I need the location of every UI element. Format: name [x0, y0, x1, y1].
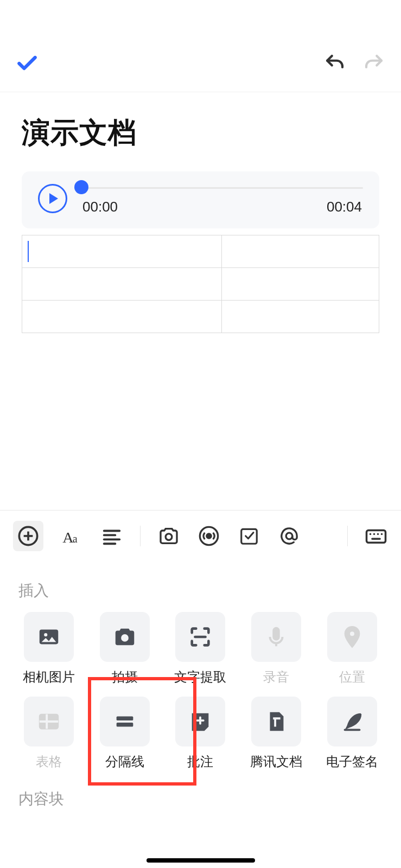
content-table[interactable] [22, 235, 379, 333]
keyboard-icon [365, 525, 387, 547]
table-row[interactable] [22, 301, 379, 333]
undo-button[interactable] [323, 52, 347, 75]
redo-button[interactable] [362, 52, 386, 75]
svg-point-9 [166, 533, 172, 540]
audio-times: 00:00 00:04 [81, 199, 363, 215]
insert-item-ocr[interactable]: 文字提取 [168, 612, 233, 686]
grid-label: 位置 [339, 668, 365, 686]
toolbar-checkbox-button[interactable] [237, 524, 261, 548]
camera-icon [112, 624, 137, 649]
redo-icon [362, 52, 385, 75]
toolbar-separator [347, 526, 348, 546]
header-left [15, 52, 39, 75]
toolbar-separator [140, 526, 141, 546]
table-cell[interactable] [22, 268, 222, 301]
svg-rect-24 [273, 628, 280, 640]
grid-label: 分隔线 [105, 753, 144, 770]
feather-icon [340, 709, 365, 734]
track-knob[interactable] [74, 180, 88, 194]
svg-point-21 [44, 633, 47, 636]
table-row[interactable] [22, 268, 379, 301]
insert-item-tencent-docs[interactable]: 腾讯文档 [244, 697, 309, 770]
check-square-icon [239, 526, 259, 546]
grid-label: 腾讯文档 [250, 753, 302, 770]
editor-header [0, 0, 401, 92]
document-area[interactable]: 演示文档 00:00 00:04 [0, 92, 401, 333]
svg-point-13 [286, 533, 292, 539]
sound-circle-icon [198, 525, 220, 547]
camera-icon [158, 525, 180, 547]
insert-item-table: 表格 [16, 697, 81, 770]
divider-icon [112, 709, 137, 734]
table-cell[interactable] [222, 301, 379, 333]
grid-label: 拍摄 [112, 668, 138, 686]
document-title[interactable]: 演示文档 [22, 114, 379, 152]
text-aa-icon: Aa [61, 525, 82, 547]
align-left-icon [101, 526, 122, 546]
play-icon [49, 193, 58, 204]
svg-point-11 [207, 533, 211, 538]
insert-item-signature[interactable]: 电子签名 [320, 697, 385, 770]
insert-item-location: 位置 [320, 612, 385, 686]
svg-text:a: a [73, 532, 78, 544]
grid-label: 批注 [187, 753, 213, 770]
note-plus-icon [188, 709, 213, 734]
grid-label: 相机图片 [23, 668, 75, 686]
panel-section-title-insert: 插入 [18, 580, 385, 601]
header-right [323, 52, 386, 75]
table-cell[interactable] [222, 235, 379, 268]
at-icon [278, 525, 300, 547]
confirm-button[interactable] [15, 52, 39, 75]
track-line [81, 187, 363, 189]
grid-label: 文字提取 [174, 668, 226, 686]
home-indicator [147, 858, 255, 863]
grid-label: 电子签名 [326, 753, 378, 770]
play-button[interactable] [38, 184, 67, 213]
toolbar-align-button[interactable] [100, 524, 124, 548]
undo-icon [323, 52, 346, 75]
check-icon [15, 50, 39, 76]
svg-rect-30 [116, 716, 133, 720]
table-cell[interactable] [22, 301, 222, 333]
insert-item-annotation[interactable]: 批注 [168, 697, 233, 770]
image-icon [36, 624, 61, 649]
audio-block[interactable]: 00:00 00:04 [22, 171, 379, 228]
svg-rect-31 [116, 723, 133, 727]
grid-label: 表格 [36, 753, 62, 770]
editor-toolbar: Aa [0, 510, 401, 561]
insert-item-divider[interactable]: 分隔线 [92, 697, 157, 770]
pin-icon [340, 624, 365, 649]
table-row[interactable] [22, 235, 379, 268]
svg-point-26 [349, 631, 355, 636]
insert-item-record: 录音 [244, 612, 309, 686]
scan-icon [188, 624, 213, 649]
svg-point-22 [121, 634, 129, 642]
grid-label: 录音 [263, 668, 289, 686]
svg-rect-14 [367, 530, 386, 542]
tx-doc-icon [264, 709, 289, 734]
toolbar-keyboard-button[interactable] [364, 524, 388, 548]
insert-item-shoot[interactable]: 拍摄 [92, 612, 157, 686]
toolbar-voice-button[interactable] [197, 524, 221, 548]
toolbar-mention-button[interactable] [277, 524, 301, 548]
text-cursor [28, 241, 29, 262]
toolbar-text-button[interactable]: Aa [60, 524, 84, 548]
grid-icon [36, 709, 61, 734]
audio-total-time: 00:04 [327, 199, 362, 215]
insert-grid: 相机图片 拍摄 文字提取 录音 位置 表格 分隔线 批注 [16, 612, 385, 770]
table-cell[interactable] [222, 268, 379, 301]
table-cell[interactable] [22, 235, 222, 268]
insert-item-camera-image[interactable]: 相机图片 [16, 612, 81, 686]
plus-circle-icon [17, 525, 39, 547]
insert-panel: 插入 相机图片 拍摄 文字提取 录音 位置 表格 分隔线 [0, 561, 401, 868]
toolbar-camera-button[interactable] [157, 524, 181, 548]
mic-icon [264, 624, 289, 649]
audio-current-time: 00:00 [82, 199, 118, 215]
audio-track[interactable] [81, 181, 363, 193]
panel-section-title-blocks: 内容块 [18, 789, 385, 809]
toolbar-insert-button[interactable] [13, 521, 43, 551]
